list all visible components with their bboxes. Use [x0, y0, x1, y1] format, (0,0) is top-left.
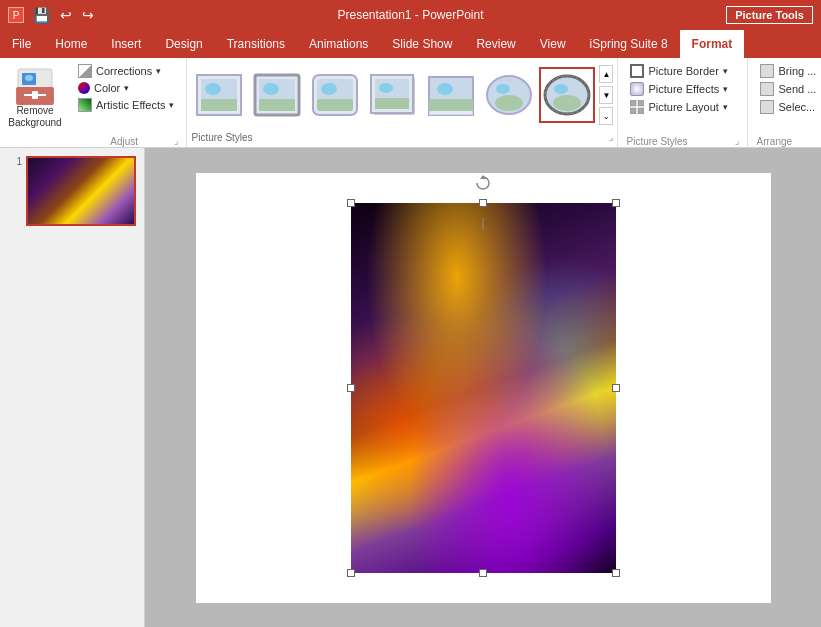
picture-effects-button[interactable]: Picture Effects ▾ — [626, 80, 739, 98]
artistic-effects-button[interactable]: Artistic Effects ▾ — [74, 96, 178, 114]
picture-layout-arrow: ▾ — [723, 102, 728, 112]
tab-format[interactable]: Format — [680, 30, 745, 58]
picture-layout-button[interactable]: Picture Layout ▾ — [626, 98, 739, 116]
picture-style-3[interactable] — [307, 67, 363, 123]
handle-middle-right[interactable] — [612, 384, 620, 392]
picture-style-1[interactable] — [191, 67, 247, 123]
tab-view[interactable]: View — [528, 30, 578, 58]
powerpoint-icon: P — [8, 7, 24, 23]
svg-point-31 — [554, 84, 568, 94]
bring-forward-icon — [760, 64, 774, 78]
picture-layout-icon — [630, 100, 644, 114]
picture-style-7[interactable] — [539, 67, 595, 123]
picture-border-icon — [630, 64, 644, 78]
picture-style-4[interactable] — [365, 67, 421, 123]
rotation-handle[interactable] — [475, 175, 491, 191]
selection-pane-icon — [760, 100, 774, 114]
selected-image[interactable] — [351, 203, 616, 573]
handle-top-left[interactable] — [347, 199, 355, 207]
adjust-dialog-button[interactable]: ⌟ — [174, 136, 178, 147]
slide-canvas — [196, 173, 771, 603]
tab-ispring[interactable]: iSpring Suite 8 — [578, 30, 680, 58]
ribbon-tabs: File Home Insert Design Transitions Anim… — [0, 30, 821, 58]
selection-pane-button[interactable]: Selec... — [756, 98, 820, 116]
tab-animations[interactable]: Animations — [297, 30, 380, 58]
picture-format-group: Picture Border ▾ Picture Effects ▾ Pictu… — [618, 58, 748, 147]
handle-top-middle[interactable] — [479, 199, 487, 207]
color-button[interactable]: Color ▾ — [74, 80, 178, 96]
remove-background-button[interactable]: Remove Background — [0, 62, 70, 134]
gallery-expand-button[interactable]: ⌄ — [599, 107, 613, 125]
handle-bottom-middle[interactable] — [479, 569, 487, 577]
svg-point-28 — [496, 84, 510, 94]
svg-point-25 — [437, 83, 453, 95]
tab-design[interactable]: Design — [153, 30, 214, 58]
redo-button[interactable]: ↪ — [79, 5, 97, 25]
color-icon — [78, 82, 90, 94]
svg-rect-17 — [317, 99, 353, 111]
tab-file[interactable]: File — [0, 30, 43, 58]
slide-thumb-inner — [28, 158, 134, 224]
svg-point-29 — [495, 95, 523, 111]
svg-point-12 — [263, 83, 279, 95]
tab-slideshow[interactable]: Slide Show — [380, 30, 464, 58]
svg-rect-26 — [429, 99, 473, 111]
gallery-scroll-controls: ▲ ▼ ⌄ — [599, 65, 613, 125]
tab-review[interactable]: Review — [464, 30, 527, 58]
handle-middle-left[interactable] — [347, 384, 355, 392]
slide-thumbnail[interactable] — [26, 156, 136, 226]
picture-effects-arrow: ▾ — [723, 84, 728, 94]
artistic-effects-icon — [78, 98, 92, 112]
corrections-button[interactable]: Corrections ▾ — [74, 62, 178, 80]
tab-home[interactable]: Home — [43, 30, 99, 58]
rotation-line — [483, 218, 484, 230]
title-bar: P 💾 ↩ ↪ Presentation1 - PowerPoint Pictu… — [0, 0, 821, 30]
handle-bottom-right[interactable] — [612, 569, 620, 577]
slide-item-1[interactable]: 1 — [8, 156, 136, 226]
svg-rect-13 — [259, 99, 295, 111]
color-label: Color — [94, 82, 120, 94]
color-arrow: ▾ — [124, 83, 129, 93]
adjust-small-buttons: Corrections ▾ Color ▾ Artistic Effects ▾… — [70, 62, 182, 147]
undo-button[interactable]: ↩ — [57, 5, 75, 25]
picture-styles-group: ▲ ▼ ⌄ Picture Styles ⌟ — [187, 58, 618, 147]
picture-styles-dialog-button[interactable]: ⌟ — [609, 132, 613, 143]
picture-style-6[interactable] — [481, 67, 537, 123]
gallery-up-arrow[interactable]: ▲ — [599, 65, 613, 83]
svg-point-8 — [205, 83, 221, 95]
picture-style-2[interactable] — [249, 67, 305, 123]
send-backward-icon — [760, 82, 774, 96]
svg-rect-35 — [638, 100, 644, 106]
picture-border-arrow: ▾ — [723, 66, 728, 76]
picture-format-dialog-button[interactable]: ⌟ — [735, 136, 739, 147]
svg-point-32 — [553, 95, 581, 111]
arrange-group-label: Arrange — [756, 136, 792, 147]
tab-insert[interactable]: Insert — [99, 30, 153, 58]
app-title: Presentation1 - PowerPoint — [337, 8, 483, 22]
bring-forward-button[interactable]: Bring ... — [756, 62, 820, 80]
picture-styles-gallery: ▲ ▼ ⌄ — [187, 58, 617, 132]
title-bar-left: P 💾 ↩ ↪ — [8, 5, 97, 25]
handle-top-right[interactable] — [612, 199, 620, 207]
picture-tools-badge: Picture Tools — [726, 6, 813, 24]
canvas-area — [145, 148, 821, 627]
svg-point-21 — [379, 83, 393, 93]
svg-rect-34 — [630, 100, 636, 106]
bring-forward-label: Bring ... — [778, 65, 816, 77]
svg-rect-22 — [375, 98, 409, 109]
tab-transitions[interactable]: Transitions — [215, 30, 297, 58]
picture-style-5[interactable] — [423, 67, 479, 123]
corrections-icon — [78, 64, 92, 78]
picture-layout-label: Picture Layout — [648, 101, 718, 113]
main-layout: 1 — [0, 148, 821, 627]
picture-styles-group-footer: Picture Styles — [626, 136, 687, 147]
image-container[interactable] — [351, 203, 616, 573]
picture-border-button[interactable]: Picture Border ▾ — [626, 62, 739, 80]
save-button[interactable]: 💾 — [30, 5, 53, 25]
picture-effects-icon — [630, 82, 644, 96]
handle-bottom-left[interactable] — [347, 569, 355, 577]
send-backward-button[interactable]: Send ... — [756, 80, 820, 98]
selection-pane-label: Selec... — [778, 101, 815, 113]
gallery-down-arrow[interactable]: ▼ — [599, 86, 613, 104]
svg-rect-36 — [630, 108, 636, 114]
